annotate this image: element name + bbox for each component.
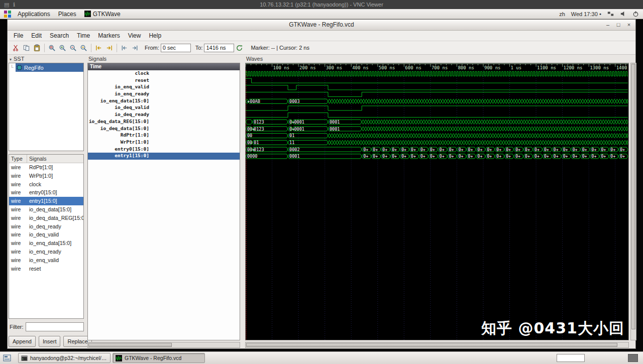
tree-item-regfifo[interactable]: └RegFifo [9,63,83,72]
zoom-in-icon[interactable] [57,43,68,53]
wave-signal-io-deq-ready[interactable]: io_deq_ready [88,111,240,118]
svg-text:01: 01 [254,140,259,145]
signal-row-rdptr-1-0[interactable]: wireRdPtr[1:0] [9,163,83,172]
wave-signal-reset[interactable]: reset [88,77,240,84]
workspace-switcher[interactable] [557,354,585,362]
svg-text:0001: 0001 [330,127,340,132]
reload-icon[interactable] [234,43,245,53]
vnc-menu-icon[interactable]: ▤ [4,0,9,9]
wave-signal-io-deq-data-reg-15-0[interactable]: io_deq_data_REG[15:0] [88,118,240,126]
svg-text:0+: 0+ [591,154,596,159]
wave-signal-io-deq-data-15-0[interactable]: io_deq_data[15:0] [88,126,240,133]
signal-row-io-enq-valid[interactable]: wireio_enq_valid [9,256,83,265]
zoom-end-icon[interactable] [104,43,115,53]
signals-panel-label: Signals [88,56,106,62]
input-method-indicator[interactable]: zh [559,11,565,17]
insert-button[interactable]: Insert [39,336,61,347]
menu-search[interactable]: Search [46,31,73,40]
collapse-icon: ▾ [10,57,12,62]
wave-signal-wrptr-1-0[interactable]: WrPtr[1:0] [88,139,240,146]
panel-menu-applications[interactable]: Applications [14,10,54,18]
desktop: GTKWave - RegFifo.vcd – □ × FileEditSear… [0,19,643,351]
signal-row-io-deq-valid[interactable]: wireio_deq_valid [9,230,83,239]
taskbar-item-hanyaodong-p32-mychicel-[interactable]: hanyaodong@p32:~/mychicel/mychi... [18,353,111,363]
wave-signal-io-deq-valid[interactable]: io_deq_valid [88,104,240,111]
wave-signal-entry0-15-0[interactable]: entry0[15:0] [88,146,240,153]
append-button[interactable]: Append [9,336,36,347]
signal-row-io-deq-data-15-0[interactable]: wireio_deq_data[15:0] [9,205,83,214]
wave-signal-io-enq-ready[interactable]: io_enq_ready [88,91,240,98]
zoom-out-icon[interactable] [68,43,78,53]
distro-logo-icon[interactable] [4,11,11,18]
to-input[interactable] [204,44,234,52]
from-input[interactable] [161,44,191,52]
svg-text:700 ns: 700 ns [432,65,448,70]
menu-edit[interactable]: Edit [27,31,46,40]
menu-markers[interactable]: Markers [94,31,124,40]
scrollbar-thumb[interactable] [246,343,617,347]
panel-menu-places[interactable]: Places [55,10,80,18]
wave-signal-entry1-15-0[interactable]: entry1[15:0] [88,153,240,160]
signal-row-entry1-15-0[interactable]: wireentry1[15:0] [9,197,83,205]
column-header-signals[interactable]: Signals [27,155,83,163]
waveform-display[interactable]: 100 ns200 ns300 ns400 ns500 ns600 ns700 … [246,63,628,340]
waves-hscrollbar[interactable] [245,342,629,348]
window-titlebar[interactable]: GTKWave - RegFifo.vcd – □ × [8,20,635,31]
cut-icon[interactable] [11,43,21,53]
maximize-button[interactable]: □ [615,20,622,30]
volume-icon[interactable] [620,11,626,17]
copy-icon[interactable] [21,43,32,53]
signal-row-reset[interactable]: wirereset [9,265,83,273]
prev-edge-icon[interactable] [119,43,130,53]
wave-signal-io-enq-data-15-0[interactable]: io_enq_data[15:0] [88,98,240,105]
screen: ▤ ℹ 10.76.13.32:1 (p32:1 (hanyaodong)) -… [0,0,643,364]
svg-text:0+: 0+ [572,147,577,152]
window-list-icon[interactable] [3,354,11,362]
signal-row-io-enq-ready[interactable]: wireio_enq_ready [9,248,83,256]
toolbar-icons [11,43,140,53]
column-header-type[interactable]: Type [9,155,27,163]
panel-menu-gtkwave[interactable]: GTKWave [81,10,124,18]
menu-help[interactable]: Help [145,31,165,40]
signal-row-wrptr-1-0[interactable]: wireWrPtr[1:0] [9,172,83,180]
wave-signal-rdptr-1-0[interactable]: RdPtr[1:0] [88,132,240,139]
wave-canvas[interactable]: 100 ns200 ns300 ns400 ns500 ns600 ns700 … [245,63,629,340]
wave-signal-clock[interactable]: clock [88,70,240,77]
signal-row-entry0-15-0[interactable]: wireentry0[15:0] [9,188,83,197]
svg-text:200 ns: 200 ns [299,65,316,70]
waves-vscrollbar[interactable] [630,63,636,340]
sst-header[interactable]: ▾SST [10,56,24,62]
power-icon[interactable] [632,11,639,17]
svg-text:00AB: 00AB [250,99,260,104]
signal-row-io-deq-ready[interactable]: wireio_deq_ready [9,222,83,231]
scrollbar-thumb[interactable] [631,64,635,329]
wave-signal-io-enq-valid[interactable]: io_enq_valid [88,84,240,91]
vnc-info-icon[interactable]: ℹ [13,0,15,9]
filter-input[interactable] [26,322,84,331]
menu-view[interactable]: View [124,31,145,40]
close-button[interactable]: × [625,20,632,30]
signals-hscrollbar[interactable] [87,342,240,348]
svg-text:0+: 0+ [515,147,520,152]
zoom-undo-icon[interactable] [78,43,89,53]
panel-left: ApplicationsPlacesGTKWave [4,10,124,18]
menu-time[interactable]: Time [73,31,94,40]
next-edge-icon[interactable] [130,43,140,53]
time-header[interactable]: Time [88,63,240,70]
menubar: FileEditSearchTimeMarkersViewHelp [8,31,635,41]
clock-applet[interactable]: Wed 17:30● [571,11,601,17]
signal-row-io-deq-data-reg-15-0[interactable]: wireio_deq_data_REG[15:0] [9,214,83,222]
scrollbar-thumb[interactable] [88,343,172,347]
signal-row-io-enq-data-15-0[interactable]: wireio_enq_data[15:0] [9,239,83,248]
network-icon[interactable] [607,11,614,17]
taskbar-item-gtkwave-regfifo-vcd[interactable]: GTKWave - RegFifo.vcd [113,353,205,363]
signal-row-clock[interactable]: wireclock [9,180,83,189]
taskbar-applet[interactable] [628,354,638,362]
zoom-start-icon[interactable] [93,43,104,53]
minimize-button[interactable]: – [604,20,611,30]
signal-name: io_deq_data_REG[15:0] [27,214,83,222]
paste-icon[interactable] [32,43,42,53]
menu-file[interactable]: File [10,31,27,40]
svg-text:0+: 0+ [563,154,568,159]
zoom-fit-icon[interactable] [47,43,57,53]
